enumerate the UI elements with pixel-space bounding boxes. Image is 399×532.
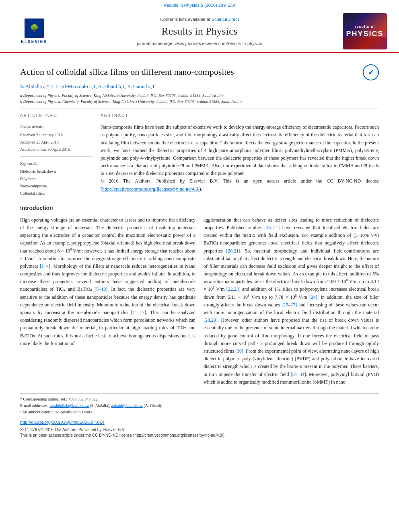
authors-line: S. Abdalla a,*,1, F. Al-Marzouki a,1, A.…	[20, 83, 379, 90]
affiliation-a: a Department of Physics, Faculty of Scie…	[20, 92, 379, 99]
keywords-section: Keywords: Dielectric break down Polymers…	[20, 161, 93, 197]
keyword-3: Nano-composite	[20, 183, 93, 190]
body-content: Introduction High operating-voltages are…	[20, 204, 379, 389]
abstract-header: ABSTRACT	[101, 113, 379, 120]
footer-doi-link[interactable]: http://dx.doi.org/10.1016/j.rinp.2016.04…	[20, 420, 105, 425]
article-info-abstract: ARTICLE INFO Article history: Received 2…	[20, 113, 379, 197]
corresponding-note: * Corresponding author. Tel.: +966 582 3…	[20, 396, 379, 403]
intro-right-para: agglomeration that can behave as defect …	[204, 216, 379, 386]
email-note: E-mail addresses: smabdullah@kau.edu.sa …	[20, 403, 379, 409]
ref-24: [24]	[309, 294, 317, 300]
journal-homepage: journal homepage: www.journals.elsevier.…	[56, 41, 343, 47]
journal-header: Results in Physics 6 (2016) 209–214 🌳 EL…	[0, 0, 399, 53]
doi-text: Results in Physics 6 (2016) 209–214	[163, 3, 235, 8]
elsevier-text: ELSEVIER	[21, 39, 47, 45]
journal-title: Results in Physics	[56, 24, 343, 39]
affiliations: a Department of Physics, Faculty of Scie…	[20, 92, 379, 105]
header-top: 🌳 ELSEVIER Contents lists available at S…	[12, 10, 387, 52]
keyword-1: Dielectric break down	[20, 168, 93, 175]
doi-line: Results in Physics 6 (2016) 209–214	[12, 0, 387, 10]
keyword-2: Polymers	[20, 175, 93, 183]
ref-25-27: [25–27]	[282, 302, 297, 308]
journal-center: Contents lists available at ScienceDirec…	[56, 16, 343, 47]
ref-11-17: [11–17]	[131, 310, 146, 315]
divider-1	[20, 109, 379, 109]
intro-left-para: High operating-voltages are an essential…	[20, 216, 195, 347]
license-line: This is an open access article under the…	[20, 433, 379, 438]
accepted-date: Accepted 25 April 2016	[20, 140, 59, 144]
journal-badge: results in PHYSICS	[343, 13, 387, 49]
crossmark-icon: ✓	[363, 64, 379, 80]
introduction-title: Introduction	[20, 204, 379, 212]
footer-links: http://dx.doi.org/10.1016/j.rinp.2016.04…	[20, 419, 379, 425]
received-date: Received 21 January 2016	[20, 133, 63, 137]
elsevier-logo: 🌳 ELSEVIER	[12, 18, 56, 45]
keywords-list: Dielectric break down Polymers Nano-comp…	[20, 168, 93, 197]
badge-results-text: results in	[355, 24, 375, 29]
article-title: Action of colloidal silica films on diff…	[20, 66, 379, 78]
issn-line: 2211-3797/© 2016 The Authors. Published …	[20, 427, 379, 433]
footer-copyright: 2211-3797/© 2016 The Authors. Published …	[20, 427, 379, 438]
ref-28-29: [28,29]	[204, 317, 218, 323]
body-left-col: High operating-voltages are an essential…	[20, 216, 195, 389]
ref-5-10: [5–10]	[95, 286, 107, 292]
sciencedirect-link[interactable]: ScienceDirect	[212, 17, 239, 22]
ref-31-34: [31–34]	[291, 372, 306, 377]
available-date: Available online 30 April 2016	[20, 147, 70, 152]
keywords-title: Keywords:	[20, 161, 93, 166]
article-info-header: ARTICLE INFO	[20, 113, 93, 120]
homepage-link[interactable]: www.journals.elsevier.com/results-in-phy…	[175, 41, 262, 46]
ref-20-21: [20,21]	[226, 248, 240, 254]
keyword-4: Colloidal silica	[20, 190, 93, 197]
email2-link[interactable]: aobaid@kau.edu.sa	[111, 403, 143, 408]
license-link[interactable]: http://creativecommons.org/licenses/by-n…	[102, 186, 200, 192]
history-label: Article history:	[20, 123, 93, 131]
divider-keywords	[20, 156, 93, 157]
equal-contribution-note: ¹ All authors contributed equally to thi…	[20, 409, 379, 415]
body-right-col: agglomeration that can behave as defect …	[204, 216, 379, 389]
contents-line: Contents lists available at ScienceDirec…	[56, 16, 343, 23]
article-history: Article history: Received 21 January 201…	[20, 123, 93, 153]
abstract-text: Nano-composite films have been the subje…	[101, 123, 379, 193]
body-two-col: High operating-voltages are an essential…	[20, 216, 379, 389]
ref-22-23: [22,23]	[226, 286, 241, 292]
ref-30: [30]	[235, 348, 243, 354]
article-content: ✓ Action of colloidal silica films on di…	[0, 53, 399, 446]
abstract-col: ABSTRACT Nano-composite films have been …	[101, 113, 379, 197]
ref-18-21: [18–21]	[264, 225, 280, 230]
ref-1-4: [1–4]	[40, 263, 50, 269]
footnote-area: * Corresponding author. Tel.: +966 582 3…	[20, 393, 379, 415]
page: Results in Physics 6 (2016) 209–214 🌳 EL…	[0, 0, 399, 532]
email1-link[interactable]: smabdullah@kau.edu.sa	[49, 403, 89, 408]
article-info-col: ARTICLE INFO Article history: Received 2…	[20, 113, 93, 197]
affiliation-b: b Department of Physical Chemistry, Facu…	[20, 99, 379, 105]
